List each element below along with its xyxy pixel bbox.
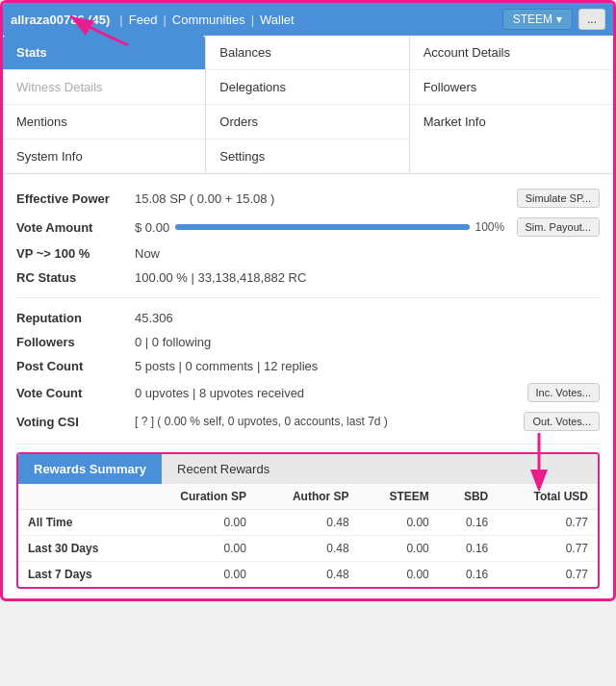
rewards-sbd: 0.16 — [439, 562, 498, 588]
effective-power-label: Effective Power — [16, 191, 127, 206]
more-button[interactable]: ... — [578, 9, 605, 30]
rewards-period: All Time — [18, 510, 141, 536]
rewards-tbody: All Time 0.00 0.48 0.00 0.16 0.77 Last 3… — [18, 510, 598, 588]
vote-progress-bar — [175, 224, 469, 230]
reputation-value: 45.306 — [135, 311, 600, 325]
rewards-sbd: 0.16 — [439, 536, 498, 562]
username-label[interactable]: allraza00786 (45) — [11, 13, 110, 27]
menu-followers[interactable]: Followers — [410, 70, 613, 105]
vote-bar: $ 0.00 100% — [135, 220, 509, 235]
rewards-curation-sp: 0.00 — [141, 510, 256, 536]
vote-count-label: Vote Count — [16, 386, 127, 400]
menu-settings[interactable]: Settings — [206, 140, 408, 173]
rc-status-label: RC Status — [16, 270, 127, 285]
menu-orders[interactable]: Orders — [206, 105, 408, 140]
stats-section-1: Effective Power 15.08 SP ( 0.00 + 15.08 … — [16, 184, 600, 298]
menu-balances[interactable]: Balances — [206, 36, 408, 70]
vote-dollar-value: $ 0.00 — [135, 220, 169, 235]
out-votes-button[interactable]: Out. Votes... — [524, 412, 600, 431]
rewards-author-sp: 0.48 — [256, 536, 359, 562]
top-nav: allraza00786 (45) | Feed | Communities |… — [3, 3, 613, 36]
rewards-data-row: Last 7 Days 0.00 0.48 0.00 0.16 0.77 — [18, 562, 598, 588]
voting-csi-value: [ ? ] ( 0.00 % self, 0 upvotes, 0 accoun… — [135, 415, 516, 428]
rewards-col-period — [18, 484, 141, 510]
rewards-col-steem: STEEM — [359, 484, 439, 510]
menu-witness-details: Witness Details — [3, 70, 205, 105]
post-count-label: Post Count — [16, 359, 127, 373]
rewards-steem: 0.00 — [359, 536, 439, 562]
vp-label: VP ~> 100 % — [16, 246, 127, 261]
followers-label: Followers — [16, 335, 127, 349]
vote-amount-row: Vote Amount $ 0.00 100% Sim. Payout... — [16, 213, 600, 241]
inc-votes-button[interactable]: Inc. Votes... — [527, 383, 600, 402]
vote-count-row: Vote Count 0 upvotes | 8 upvotes receive… — [16, 378, 600, 407]
reputation-row: Reputation 45.306 — [16, 306, 600, 330]
rewards-col-curation: Curation SP — [141, 484, 256, 510]
rewards-total-usd: 0.77 — [498, 536, 598, 562]
vp-row: VP ~> 100 % Now — [16, 241, 600, 266]
menu-grid: Stats Witness Details — [3, 36, 613, 174]
steem-button[interactable]: STEEM ▾ — [502, 9, 573, 30]
reputation-label: Reputation — [16, 311, 127, 325]
menu-market-info[interactable]: Market Info — [410, 105, 613, 139]
sim-payout-button[interactable]: Sim. Payout... — [517, 217, 600, 237]
post-count-value: 5 posts | 0 comments | 12 replies — [135, 359, 600, 373]
vote-progress-fill — [175, 224, 469, 230]
voting-csi-label: Voting CSI — [16, 415, 127, 429]
vp-value: Now — [135, 246, 600, 261]
wallet-link[interactable]: Wallet — [260, 13, 295, 27]
stats-section-2: Reputation 45.306 Followers 0 | 0 follow… — [16, 306, 600, 445]
rewards-sbd: 0.16 — [439, 510, 498, 536]
vote-amount-label: Vote Amount — [16, 220, 127, 235]
rewards-table: Curation SP Author SP STEEM SBD Total US… — [18, 484, 598, 587]
rewards-steem: 0.00 — [359, 562, 439, 588]
rewards-steem: 0.00 — [359, 510, 439, 536]
rewards-col-sbd: SBD — [439, 484, 498, 510]
menu-account-details[interactable]: Account Details — [410, 36, 613, 70]
rewards-curation-sp: 0.00 — [141, 536, 256, 562]
vote-pct-label: 100% — [475, 220, 509, 234]
rewards-col-author: Author SP — [256, 484, 359, 510]
main-content: Effective Power 15.08 SP ( 0.00 + 15.08 … — [3, 174, 613, 598]
rewards-tabs: Rewards Summary Recent Rewards — [18, 454, 598, 484]
feed-link[interactable]: Feed — [129, 13, 158, 27]
rewards-data-row: All Time 0.00 0.48 0.00 0.16 0.77 — [18, 510, 598, 536]
rewards-data-row: Last 30 Days 0.00 0.48 0.00 0.16 0.77 — [18, 536, 598, 562]
menu-col-2: Balances Delegations Orders Settings — [206, 36, 409, 173]
main-container: allraza00786 (45) | Feed | Communities |… — [0, 0, 616, 601]
menu-stats[interactable]: Stats — [3, 36, 205, 70]
rc-status-row: RC Status 100.00 % | 33,138,418,882 RC — [16, 266, 600, 290]
rewards-author-sp: 0.48 — [256, 510, 359, 536]
rewards-col-total: Total USD — [498, 484, 598, 510]
menu-system-info[interactable]: System Info — [3, 140, 205, 173]
effective-power-value: 15.08 SP ( 0.00 + 15.08 ) — [135, 191, 509, 206]
rewards-section: Rewards Summary Recent Rewards Curation … — [16, 452, 600, 589]
rewards-period: Last 7 Days — [18, 562, 141, 588]
followers-row: Followers 0 | 0 following — [16, 330, 600, 354]
rewards-period: Last 30 Days — [18, 536, 141, 562]
rewards-total-usd: 0.77 — [498, 510, 598, 536]
menu-col-1: Stats Witness Details — [3, 36, 206, 173]
post-count-row: Post Count 5 posts | 0 comments | 12 rep… — [16, 354, 600, 378]
rewards-header-row: Curation SP Author SP STEEM SBD Total US… — [18, 484, 598, 510]
menu-delegations[interactable]: Delegations — [206, 70, 408, 105]
rewards-author-sp: 0.48 — [256, 562, 359, 588]
rewards-summary-tab[interactable]: Rewards Summary — [18, 454, 162, 484]
communities-link[interactable]: Communities — [172, 13, 245, 27]
recent-rewards-tab[interactable]: Recent Rewards — [162, 454, 285, 484]
rc-status-value: 100.00 % | 33,138,418,882 RC — [135, 270, 600, 285]
effective-power-row: Effective Power 15.08 SP ( 0.00 + 15.08 … — [16, 184, 600, 213]
simulate-sp-button[interactable]: Simulate SP... — [517, 189, 600, 208]
followers-value: 0 | 0 following — [135, 335, 600, 349]
menu-col-3: Account Details Followers Market Info — [410, 36, 613, 173]
rewards-total-usd: 0.77 — [498, 562, 598, 588]
menu-mentions[interactable]: Mentions — [3, 105, 205, 140]
vote-count-value: 0 upvotes | 8 upvotes received — [135, 386, 520, 400]
rewards-curation-sp: 0.00 — [141, 562, 256, 588]
voting-csi-row: Voting CSI [ ? ] ( 0.00 % self, 0 upvote… — [16, 407, 600, 436]
